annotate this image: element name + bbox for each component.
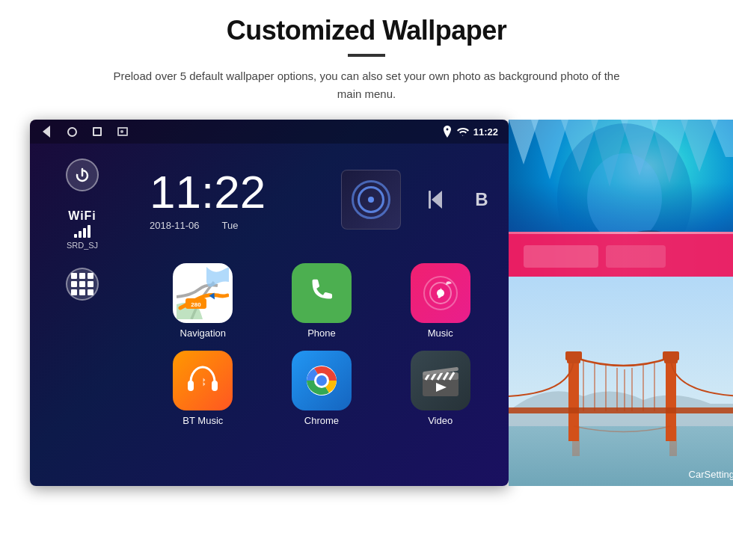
svg-rect-55 <box>509 407 733 413</box>
svg-rect-3 <box>429 191 431 209</box>
wallpaper-thumbnails: CarSetting <box>509 120 733 486</box>
main-area: 11:22 2018-11-06 Tue <box>135 144 509 486</box>
power-icon <box>74 167 91 183</box>
app-phone[interactable]: Phone <box>269 263 375 339</box>
navigation-icon: 280 <box>173 263 233 323</box>
back-nav-icon[interactable] <box>40 126 52 138</box>
wifi-bar-2 <box>79 231 82 238</box>
wifi-label: WiFi <box>67 209 98 223</box>
navigation-label: Navigation <box>180 327 226 339</box>
wallpaper-thumb-2[interactable]: CarSetting <box>509 277 733 486</box>
wifi-signal-dot <box>368 197 374 203</box>
svg-rect-56 <box>572 426 580 456</box>
svg-rect-12 <box>188 381 194 391</box>
wifi-name: SRD_SJ <box>67 241 98 250</box>
wifi-info: WiFi SRD_SJ <box>67 209 98 250</box>
clock-date-value: 2018-11-06 <box>150 220 200 231</box>
svg-rect-37 <box>524 245 598 268</box>
status-right: 11:22 <box>442 126 498 138</box>
page-title: Customized Wallpaper <box>227 15 507 46</box>
svg-marker-2 <box>432 191 442 209</box>
page-description: Preload over 5 default wallpaper options… <box>105 67 628 103</box>
grid-dots-icon <box>71 273 93 295</box>
top-info-row: 11:22 2018-11-06 Tue <box>135 144 509 248</box>
video-label: Video <box>428 415 453 426</box>
svg-point-16 <box>316 375 327 386</box>
bluetooth-media-icon: B <box>475 189 488 210</box>
music-label: Music <box>428 327 453 339</box>
svg-text:♪: ♪ <box>436 282 445 302</box>
apps-grid: 280 Navigation <box>135 256 509 434</box>
wallpaper-thumb-1[interactable] <box>509 120 733 277</box>
svg-marker-33 <box>711 120 733 157</box>
power-button[interactable] <box>66 159 99 191</box>
wifi-bar-1 <box>74 234 77 238</box>
ice-cave-bg <box>509 120 733 277</box>
clock-date: 2018-11-06 Tue <box>150 220 319 231</box>
carsetting-label: CarSetting <box>689 469 733 480</box>
pink-bar <box>509 232 733 277</box>
chrome-label: Chrome <box>304 415 339 426</box>
skip-back-button[interactable] <box>423 188 447 212</box>
main-content: 11:22 WiFi <box>30 120 703 486</box>
skip-back-icon <box>427 189 444 210</box>
recent-nav-icon[interactable] <box>91 126 103 138</box>
status-time: 11:22 <box>473 126 498 138</box>
app-music[interactable]: ♪ Music <box>387 263 494 339</box>
music-icon: ♪ <box>411 263 470 323</box>
phone-label: Phone <box>307 327 336 339</box>
left-sidebar: WiFi SRD_SJ <box>30 144 135 486</box>
clock-time: 11:22 <box>150 169 319 215</box>
svg-marker-32 <box>681 120 718 172</box>
app-navigation[interactable]: 280 Navigation <box>150 263 257 339</box>
video-icon <box>411 351 470 410</box>
svg-text:280: 280 <box>191 301 202 308</box>
wifi-status-icon <box>457 127 469 136</box>
status-bar: 11:22 <box>30 120 509 144</box>
nav-icons <box>40 126 129 138</box>
wifi-bar-3 <box>83 228 86 238</box>
bt-music-icon <box>173 351 233 410</box>
golden-gate-bg: CarSetting <box>509 277 733 486</box>
media-b-button[interactable]: B <box>470 188 494 212</box>
android-screen: 11:22 WiFi <box>30 120 509 486</box>
clock-section: 11:22 2018-11-06 Tue <box>150 169 319 231</box>
media-app-icon[interactable] <box>341 170 401 230</box>
chrome-icon <box>292 351 352 410</box>
screenshot-nav-icon[interactable] <box>117 126 129 138</box>
app-bt-music[interactable]: BT Music <box>150 351 257 426</box>
phone-icon <box>292 263 352 323</box>
bt-music-label: BT Music <box>183 415 223 426</box>
wifi-bar-4 <box>88 225 91 238</box>
apps-grid-button[interactable] <box>66 268 99 301</box>
title-divider <box>348 54 385 57</box>
page-wrapper: Customized Wallpaper Preload over 5 defa… <box>0 0 733 560</box>
app-video[interactable]: Video <box>387 351 494 426</box>
svg-point-35 <box>587 153 662 243</box>
location-icon <box>442 126 453 138</box>
clock-day-value: Tue <box>222 220 239 231</box>
home-nav-icon[interactable] <box>66 126 78 138</box>
wifi-bars <box>67 226 98 238</box>
svg-rect-57 <box>669 426 677 456</box>
svg-rect-38 <box>606 245 666 268</box>
wifi-signal-animation <box>352 181 390 218</box>
svg-rect-13 <box>212 381 218 391</box>
app-chrome[interactable]: Chrome <box>269 351 375 426</box>
